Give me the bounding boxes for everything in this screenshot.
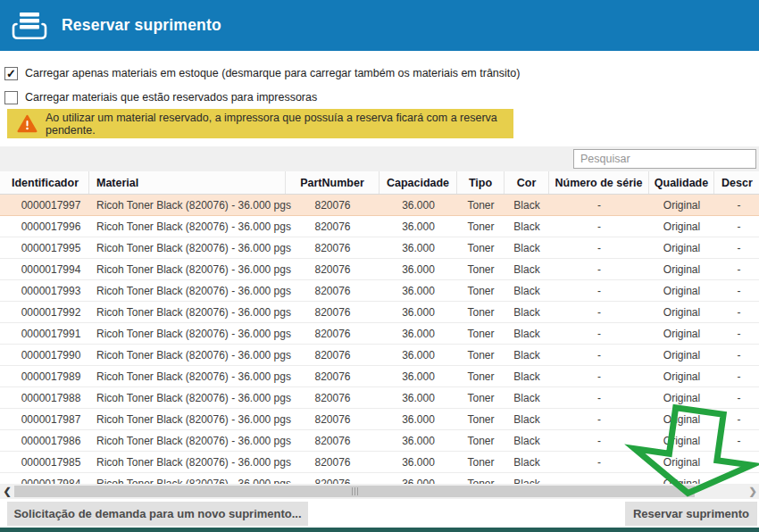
table-cell: Black: [505, 216, 549, 237]
table-cell: -: [549, 452, 649, 472]
warning-text: Ao utilizar um material reservado, a imp…: [46, 112, 513, 137]
table-row[interactable]: 0000017989Ricoh Toner Black (820076) - 3…: [0, 366, 759, 387]
column-header-partnumber[interactable]: PartNumber: [286, 171, 380, 194]
column-header-n-mero-de-s-rie[interactable]: Número de série: [549, 171, 649, 194]
table-cell: Ricoh Toner Black (820076) - 36.000 pgs: [89, 366, 286, 387]
table-cell: Ricoh Toner Black (820076) - 36.000 pgs: [89, 387, 286, 408]
table-row[interactable]: 0000017985Ricoh Toner Black (820076) - 3…: [0, 452, 759, 473]
column-header-material[interactable]: Material: [89, 171, 286, 194]
table-cell: 820076: [286, 216, 380, 237]
column-header-cor[interactable]: Cor: [505, 171, 549, 194]
table-cell: -: [549, 280, 649, 301]
table-cell: -: [549, 366, 649, 387]
table-cell: Black: [505, 452, 549, 472]
table-cell: Black: [505, 280, 549, 301]
table-cell: 820076: [286, 430, 380, 451]
table-cell: Toner: [457, 259, 505, 279]
reserve-supply-button[interactable]: Reservar suprimento: [625, 502, 757, 526]
checkbox-load-only-stock[interactable]: ✓ Carregar apenas materiais em estoque (…: [4, 65, 520, 81]
table-cell: Black: [505, 302, 549, 322]
table-cell: 820076: [286, 473, 380, 484]
table-cell: 36.000: [380, 237, 457, 258]
table-cell: 36.000: [380, 345, 457, 365]
table-cell: -: [714, 452, 759, 472]
column-header-identificador[interactable]: Identificador: [0, 171, 89, 194]
table-cell: 36.000: [380, 387, 457, 408]
checkbox-checked-icon[interactable]: ✓: [4, 67, 18, 80]
table-cell: 0000017996: [0, 216, 89, 237]
column-header-descr[interactable]: Descr: [714, 171, 759, 194]
checkbox-load-reserved[interactable]: Carregar materiais que estão reservados …: [4, 89, 520, 105]
scrollbar-right-arrow-icon[interactable]: ❯: [746, 484, 759, 499]
table-cell: 0000017994: [0, 259, 89, 279]
table-cell: Ricoh Toner Black (820076) - 36.000 pgs: [89, 409, 286, 429]
table-cell: 36.000: [380, 366, 457, 387]
table-cell: -: [714, 387, 759, 408]
table-row[interactable]: 0000017987Ricoh Toner Black (820076) - 3…: [0, 409, 759, 430]
table-cell: -: [714, 409, 759, 429]
table-cell: 36.000: [380, 259, 457, 279]
table-cell: Toner: [457, 237, 505, 258]
table-cell: Toner: [457, 387, 505, 408]
table-row[interactable]: 0000017995Ricoh Toner Black (820076) - 3…: [0, 237, 759, 259]
table-cell: Toner: [457, 195, 505, 215]
table-cell: 0000017985: [0, 452, 89, 472]
table-cell: 820076: [286, 280, 380, 301]
table-cell: Original: [649, 366, 714, 387]
table-cell: 820076: [286, 237, 380, 258]
checkbox-unchecked-icon[interactable]: [4, 91, 18, 104]
table-cell: Black: [505, 387, 549, 408]
table-cell: 820076: [286, 195, 380, 215]
table-row[interactable]: 0000017997Ricoh Toner Black (820076) - 3…: [0, 195, 759, 216]
table-row[interactable]: 0000017988Ricoh Toner Black (820076) - 3…: [0, 387, 759, 409]
column-header-tipo[interactable]: Tipo: [457, 171, 505, 194]
table-cell: 36.000: [380, 323, 457, 344]
table-row[interactable]: 0000017994Ricoh Toner Black (820076) - 3…: [0, 259, 759, 280]
table-cell: Ricoh Toner Black (820076) - 36.000 pgs: [89, 280, 286, 301]
table-cell: Toner: [457, 280, 505, 301]
table-cell: Ricoh Toner Black (820076) - 36.000 pgs: [89, 323, 286, 344]
table-cell: 820076: [286, 366, 380, 387]
table-header-row: IdentificadorMaterialPartNumberCapacidad…: [0, 171, 759, 195]
table-row[interactable]: 0000017993Ricoh Toner Black (820076) - 3…: [0, 280, 759, 302]
table-row[interactable]: 0000017992Ricoh Toner Black (820076) - 3…: [0, 302, 759, 323]
column-header-capacidade[interactable]: Capacidade: [380, 171, 457, 194]
table-cell: Original: [649, 237, 714, 258]
table-cell: -: [549, 302, 649, 322]
table-row[interactable]: 0000017996Ricoh Toner Black (820076) - 3…: [0, 216, 759, 237]
search-input[interactable]: [573, 149, 756, 169]
table-cell: Toner: [457, 216, 505, 237]
demand-request-button[interactable]: Solicitação de demanda para um novo supr…: [7, 502, 308, 526]
table-cell: -: [714, 302, 759, 322]
table-cell: 0000017987: [0, 409, 89, 429]
warning-banner: Ao utilizar um material reservado, a imp…: [7, 109, 513, 138]
table-row[interactable]: 0000017990Ricoh Toner Black (820076) - 3…: [0, 345, 759, 366]
table-cell: 0000017992: [0, 302, 89, 322]
column-header-qualidade[interactable]: Qualidade: [649, 171, 714, 194]
table-row[interactable]: 0000017986Ricoh Toner Black (820076) - 3…: [0, 430, 759, 452]
table-row[interactable]: 0000017991Ricoh Toner Black (820076) - 3…: [0, 323, 759, 345]
horizontal-scrollbar[interactable]: ❮ ❯: [0, 484, 759, 499]
table-cell: 36.000: [380, 195, 457, 215]
table-cell: Ricoh Toner Black (820076) - 36.000 pgs: [89, 195, 286, 215]
table-cell: 820076: [286, 409, 380, 429]
table-cell: Original: [649, 280, 714, 301]
table-cell: Ricoh Toner Black (820076) - 36.000 pgs: [89, 473, 286, 484]
table-cell: Black: [505, 430, 549, 451]
table-cell: 0000017995: [0, 237, 89, 258]
table-cell: Ricoh Toner Black (820076) - 36.000 pgs: [89, 259, 286, 279]
table-cell: Ricoh Toner Black (820076) - 36.000 pgs: [89, 237, 286, 258]
scrollbar-thumb[interactable]: [14, 486, 695, 497]
table-cell: Ricoh Toner Black (820076) - 36.000 pgs: [89, 452, 286, 472]
window-header: Reservar suprimento: [0, 0, 759, 51]
table-row[interactable]: 0000017984Ricoh Toner Black (820076) - 3…: [0, 473, 759, 484]
scrollbar-left-arrow-icon[interactable]: ❮: [0, 484, 14, 499]
table-cell: 36.000: [380, 409, 457, 429]
table-cell: 0000017989: [0, 366, 89, 387]
table-cell: Ricoh Toner Black (820076) - 36.000 pgs: [89, 345, 286, 365]
table-cell: 0000017988: [0, 387, 89, 408]
table-cell: -: [714, 259, 759, 279]
table-cell: -: [714, 323, 759, 344]
table-cell: 0000017986: [0, 430, 89, 451]
load-options: ✓ Carregar apenas materiais em estoque (…: [4, 65, 520, 113]
